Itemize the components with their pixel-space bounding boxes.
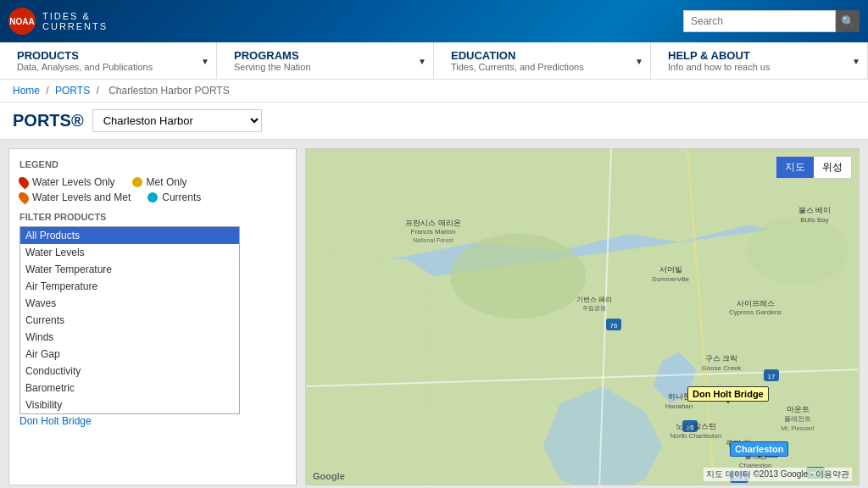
nav-programs-arrow: ▼ [418,56,426,65]
filter-water-temp[interactable]: Water Temperature [20,261,239,278]
legend-water-levels-only-label: Water Levels Only [32,176,115,188]
map-btn-map[interactable]: 지도 [776,157,814,178]
map-container[interactable]: 76 26 17 17 526 703 프란시스 매리온 Francis Mar… [305,148,860,485]
map-btn-satellite[interactable]: 위성 [814,157,851,178]
search-input[interactable] [683,10,836,32]
svg-text:17: 17 [768,373,776,380]
svg-point-7 [450,234,586,319]
nav-education-arrow: ▼ [635,56,643,65]
search-button[interactable]: 🔍 [836,10,860,32]
svg-text:76: 76 [610,322,618,330]
noaa-logo-icon: NOAA [8,8,36,35]
svg-text:Francis Marion: Francis Marion [411,228,456,236]
breadcrumb: Home / PORTS / Charleston Harbor PORTS [0,80,868,103]
station-marker-charleston[interactable]: Charleston [730,441,788,457]
station-marker-label: Don Holt Bridge [693,389,764,399]
nav-programs[interactable]: PROGRAMS Serving the Nation ▼ [217,42,434,79]
breadcrumb-sep2: / [97,85,103,97]
nav-products-title: PRODUCTS [17,49,199,62]
filter-list: All Products Water Levels Water Temperat… [19,226,240,414]
logo-line2: CURRENTS [42,21,108,31]
ports-dropdown[interactable]: Charleston Harbor New York Harbor Tampa … [92,109,262,132]
svg-text:주립공원: 주립공원 [582,305,606,312]
svg-text:사이프레스: 사이프레스 [737,299,775,308]
map-attribution: 지도 데이터 ©2013 Google - 이용약관 [704,468,852,481]
logo-area: NOAA TIDES & CURRENTS [8,8,108,35]
nav-products[interactable]: PRODUCTS Data, Analyses, and Publication… [0,42,217,79]
map-type-buttons: 지도 위성 [776,156,852,179]
water-levels-only-icon [17,175,31,190]
nav-products-arrow: ▼ [201,56,209,65]
filter-title: FILTER PRODUCTS [19,212,286,222]
filter-conductivity[interactable]: Conductivity [20,363,239,380]
nav-help-subtitle: Info and how to reach us [668,62,850,72]
legend-row-1: Water Levels Only Met Only [19,176,286,188]
legend-row-2: Water Levels and Met Currents [19,191,286,203]
svg-text:구스 크릭: 구스 크릭 [705,354,738,363]
charleston-label: Charleston [735,444,783,454]
breadcrumb-home[interactable]: Home [13,85,40,97]
svg-text:Bulls Bay: Bulls Bay [800,216,828,224]
svg-text:Summerville: Summerville [652,275,690,283]
page-header: PORTS® Charleston Harbor New York Harbor… [0,103,868,140]
svg-text:플레전트: 플레전트 [784,415,811,423]
svg-text:노스 찰스턴: 노스 찰스턴 [676,422,716,430]
svg-text:North Charleston: North Charleston [670,432,721,440]
svg-text:마운트: 마운트 [787,405,810,413]
nav-products-subtitle: Data, Analyses, and Publications [17,62,199,72]
filter-air-temp[interactable]: Air Temperature [20,278,239,295]
met-only-icon [132,177,142,187]
filter-visibility[interactable]: Visibility [20,396,239,413]
nav-education[interactable]: EDUCATION Tides, Currents, and Predictio… [434,42,651,79]
svg-text:Goose Creek: Goose Creek [701,364,742,372]
breadcrumb-current: Charleston Harbor PORTS [108,85,230,97]
station-link[interactable]: Don Holt Bridge [19,415,92,427]
nav-help-arrow: ▼ [852,56,860,65]
legend-water-levels-met: Water Levels and Met [19,191,131,203]
breadcrumb-ports[interactable]: PORTS [55,85,90,97]
left-panel: LEGEND Water Levels Only Met Only Water … [8,148,297,485]
filter-all-products[interactable]: All Products [20,227,239,244]
logo-line1: TIDES & [42,11,108,21]
google-logo: Google [313,471,345,481]
nav-help[interactable]: HELP & ABOUT Info and how to reach us ▼ [651,42,868,79]
map-background: 76 26 17 17 526 703 프란시스 매리온 Francis Mar… [306,149,859,485]
breadcrumb-sep1: / [46,85,52,97]
site-logo-text: TIDES & CURRENTS [42,11,108,31]
legend-met-only-label: Met Only [147,176,187,188]
main-content: LEGEND Water Levels Only Met Only Water … [0,140,868,488]
svg-point-8 [747,217,849,285]
svg-text:Cypress Gardens: Cypress Gardens [729,308,782,316]
station-marker-don-holt[interactable]: Don Holt Bridge [687,386,769,402]
nav-education-title: EDUCATION [451,49,633,62]
header: NOAA TIDES & CURRENTS 🔍 [0,0,868,42]
filter-water-levels[interactable]: Water Levels [20,244,239,261]
page-title: PORTS® [13,111,84,130]
legend-met-only: Met Only [132,176,187,188]
svg-text:National Forest: National Forest [413,237,453,243]
nav-education-subtitle: Tides, Currents, and Predictions [451,62,633,72]
filter-waves[interactable]: Waves [20,295,239,312]
legend-currents: Currents [147,191,201,203]
currents-icon [147,192,158,202]
svg-text:서머빌: 서머빌 [659,265,682,274]
filter-air-gap[interactable]: Air Gap [20,346,239,363]
search-area: 🔍 [683,10,860,32]
nav-help-title: HELP & ABOUT [668,49,850,62]
svg-text:기번스 페리: 기번스 페리 [576,296,612,303]
svg-text:Mt. Pleasant: Mt. Pleasant [782,425,815,431]
svg-text:불스 베이: 불스 베이 [798,206,832,214]
svg-text:Hanahan: Hanahan [665,402,693,410]
filter-currents[interactable]: Currents [20,312,239,329]
legend-title: LEGEND [19,159,286,169]
filter-barometric[interactable]: Barometric [20,380,239,396]
nav-programs-title: PROGRAMS [234,49,416,62]
legend-water-levels-met-label: Water Levels and Met [32,191,131,203]
water-levels-met-icon [17,191,31,205]
svg-text:프란시스 매리온: 프란시스 매리온 [405,219,461,227]
legend-water-levels-only: Water Levels Only [19,176,115,188]
nav-programs-subtitle: Serving the Nation [234,62,416,72]
main-nav: PRODUCTS Data, Analyses, and Publication… [0,42,868,80]
filter-winds[interactable]: Winds [20,329,239,346]
legend-currents-label: Currents [162,191,201,203]
